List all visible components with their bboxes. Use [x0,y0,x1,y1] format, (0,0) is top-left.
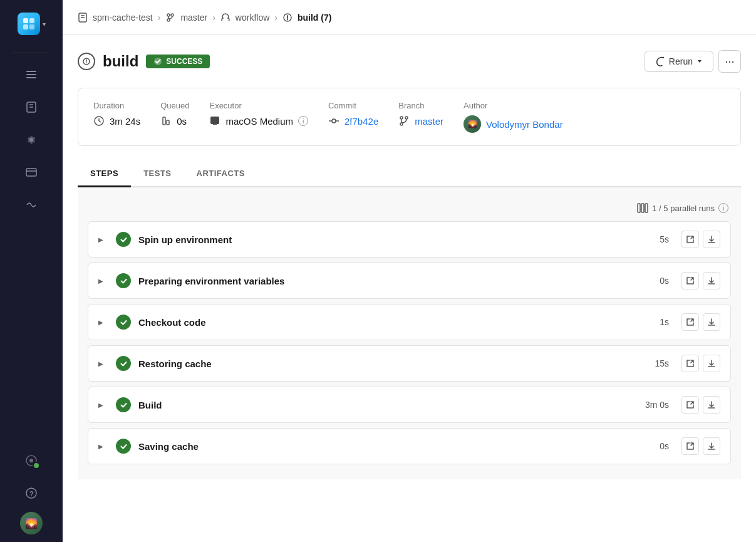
info-duration: Duration 3m 24s [93,101,140,133]
breadcrumb: spm-cache-test › master › workflow › bui… [63,0,756,35]
svg-text:?: ? [29,490,34,498]
svg-point-33 [405,117,408,119]
step-row: ▶ Saving cache 0s [88,428,731,464]
step-name: Preparing environment variables [138,276,652,286]
svg-point-28 [332,119,336,123]
step-external-link-button[interactable] [681,313,699,331]
parallel-runs-bar: 1 / 5 parallel runs i [88,197,731,221]
step-success-icon [116,315,131,330]
sidebar-item-repository[interactable] [18,93,45,121]
step-duration: 3m 0s [645,400,669,410]
sidebar-item-pipelines[interactable] [18,61,45,88]
svg-line-25 [99,121,101,122]
build-nav-icon [282,12,293,23]
parallel-runs-text: 1 / 5 parallel runs [652,204,715,213]
svg-rect-2 [23,24,28,29]
step-name: Checkout code [138,317,652,328]
sidebar-divider [13,53,50,53]
step-download-button[interactable] [703,437,720,455]
step-download-button[interactable] [703,355,720,372]
step-expand-icon[interactable]: ▶ [98,402,108,409]
step-row: ▶ Spin up environment 5s [88,221,731,258]
page-content: build SUCCESS Rerun [63,35,756,542]
step-name: Build [138,400,638,410]
app-logo-area[interactable]: ▾ [0,8,63,40]
breadcrumb-repo[interactable]: spm-cache-test [93,13,153,23]
step-external-link-button[interactable] [681,355,699,372]
branch-text: master [415,116,443,127]
step-actions [681,313,720,331]
step-row: ▶ Preparing environment variables 0s [88,263,731,299]
sidebar-item-help[interactable]: ? [18,479,45,507]
branch-value[interactable]: master [398,115,443,127]
step-duration: 0s [660,441,669,451]
workflow-icon [220,12,230,23]
author-avatar: 🌄 [463,115,481,133]
step-success-icon [116,397,131,412]
rerun-button[interactable]: Rerun [645,51,713,72]
sidebar-item-monitor[interactable] [18,447,45,474]
steps-content: 1 / 5 parallel runs i ▶ Spin up environm… [78,187,741,479]
step-download-button[interactable] [703,313,720,331]
breadcrumb-build: build (7) [298,13,331,23]
info-branch: Branch master [398,101,443,133]
more-button[interactable]: ··· [718,50,741,73]
svg-point-18 [171,14,173,16]
executor-label: Executor [209,101,308,110]
info-card: Duration 3m 24s Queued [78,88,741,146]
sidebar-item-billing[interactable] [18,159,45,186]
step-external-link-button[interactable] [681,231,699,248]
more-icon: ··· [725,55,734,68]
queued-label: Queued [160,101,189,110]
page-title-area: build SUCCESS [78,53,210,70]
svg-rect-36 [641,204,644,212]
executor-info-icon[interactable]: i [298,116,308,126]
executor-text: macOS Medium [225,116,293,127]
queued-text: 0s [177,116,187,127]
author-value[interactable]: 🌄 Volodymyr Bondar [463,115,563,133]
tab-artifacts[interactable]: ARTIFACTS [184,161,257,187]
step-expand-icon[interactable]: ▶ [98,278,108,284]
page-title: build [103,53,138,70]
info-queued: Queued 0s [160,101,189,133]
breadcrumb-branch[interactable]: master [180,13,207,23]
build-status-icon [78,53,95,70]
rerun-label: Rerun [669,56,693,66]
sidebar-bottom: ? 🌄 [18,447,45,534]
step-success-icon [116,232,131,247]
step-expand-icon[interactable]: ▶ [98,319,108,326]
author-text: Volodymyr Bondar [486,119,563,130]
sidebar-item-integrations[interactable] [18,191,45,219]
parallel-info-icon[interactable]: i [718,203,728,213]
sidebar-item-settings[interactable] [18,126,45,154]
svg-rect-0 [23,18,28,23]
commit-value[interactable]: 2f7b42e [328,115,378,127]
step-external-link-button[interactable] [681,272,699,289]
step-expand-icon[interactable]: ▶ [98,443,108,450]
step-expand-icon[interactable]: ▶ [98,360,108,367]
breadcrumb-workflow[interactable]: workflow [236,13,269,23]
tab-steps[interactable]: STEPS [78,161,131,187]
duration-value: 3m 24s [93,115,140,127]
step-expand-icon[interactable]: ▶ [98,236,108,243]
step-duration: 15s [655,358,669,368]
repo-icon [78,12,88,23]
step-download-button[interactable] [703,272,720,289]
chevron-down-icon: ▾ [43,21,46,28]
breadcrumb-sep-1: › [158,13,161,23]
step-row: ▶ Build 3m 0s [88,387,731,423]
tab-tests[interactable]: TESTS [131,161,184,187]
avatar[interactable]: 🌄 [20,512,43,534]
step-external-link-button[interactable] [681,396,699,414]
step-download-button[interactable] [703,231,720,248]
svg-rect-37 [645,204,648,212]
svg-rect-3 [29,24,34,29]
svg-rect-27 [167,120,169,125]
svg-rect-35 [638,204,640,212]
status-badge: SUCCESS [146,55,210,68]
commit-text: 2f7b42e [344,116,378,127]
step-duration: 0s [660,276,669,286]
step-duration: 1s [660,317,669,327]
step-download-button[interactable] [703,396,720,414]
step-external-link-button[interactable] [681,437,699,455]
